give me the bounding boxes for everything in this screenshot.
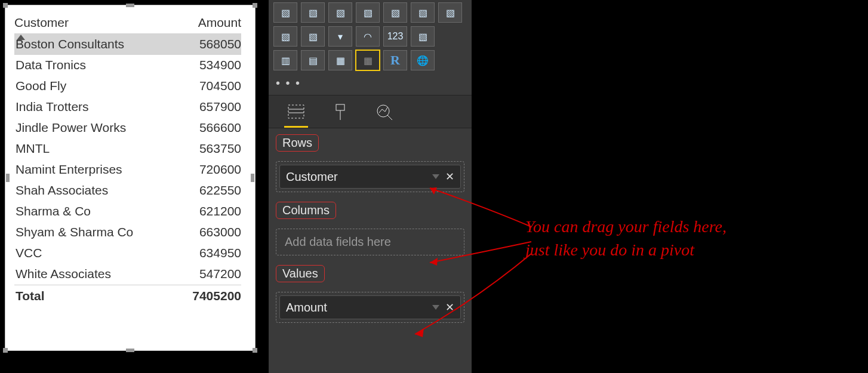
total-label: Total <box>14 285 167 307</box>
cell-amount: 663000 <box>167 222 241 243</box>
cell-amount: 634950 <box>167 243 241 264</box>
resize-handle-tr[interactable] <box>253 3 257 8</box>
cell-customer: White Associates <box>14 264 167 285</box>
matrix-total-row: Total 7405200 <box>14 285 241 307</box>
gauge-icon[interactable]: ◠ <box>356 26 380 47</box>
table-row[interactable]: Data Tronics534900 <box>14 55 241 76</box>
resize-handle-top[interactable] <box>126 4 134 7</box>
cell-customer: Good Fly <box>14 76 167 97</box>
cell-customer: Shyam & Sharma Co <box>14 222 167 243</box>
line-icon[interactable]: ▧ <box>328 2 352 23</box>
table-row[interactable]: Jindle Power Works566600 <box>14 118 241 138</box>
globe-icon[interactable]: 🌐 <box>411 50 435 70</box>
viz-type-gallery: ▧▧▧▧▧▧▧ ▧▧▾◠123▧ ▥▤▦▦R🌐 <box>269 0 472 70</box>
table-row[interactable]: Good Fly704500 <box>14 76 241 97</box>
cell-amount: 547200 <box>167 264 241 285</box>
remove-field-icon[interactable]: ✕ <box>445 301 454 314</box>
filter-icon[interactable]: ▾ <box>328 26 352 47</box>
resize-handle-bottom[interactable] <box>126 349 134 352</box>
annotation-line1: You can drag your fields here, <box>525 217 727 236</box>
cell-amount: 720600 <box>167 159 241 180</box>
table-row[interactable]: Shyam & Sharma Co663000 <box>14 222 241 243</box>
cell-customer: Data Tronics <box>14 55 167 76</box>
visualizations-pane: ▧▧▧▧▧▧▧ ▧▧▾◠123▧ ▥▤▦▦R🌐 • • • Rows Custo… <box>269 0 472 373</box>
fields-tab[interactable] <box>284 101 308 128</box>
waterfall-icon[interactable]: ▧ <box>411 2 435 23</box>
stacked-bar-icon[interactable]: ▧ <box>273 2 297 23</box>
matrix-header-row: Customer Amount <box>14 16 241 34</box>
format-tab[interactable] <box>328 101 352 128</box>
matrix-icon[interactable]: ▦ <box>356 50 380 70</box>
multirow-icon[interactable]: ▧ <box>411 26 435 47</box>
cell-amount: 563750 <box>167 138 241 159</box>
values-field-label: Amount <box>286 301 426 315</box>
resize-handle-br[interactable] <box>253 348 257 353</box>
matrix-table[interactable]: Customer Amount Boston Consultants568050… <box>14 16 241 307</box>
header-amount-label: Amount <box>198 16 241 29</box>
columns-label: Columns <box>276 202 336 219</box>
table-row[interactable]: VCC634950 <box>14 243 241 264</box>
header-customer-label: Customer <box>14 16 69 29</box>
rows-section: Rows <box>269 128 472 155</box>
table-row[interactable]: Namint Enterprises720600 <box>14 159 241 180</box>
columns-section: Columns <box>269 196 472 223</box>
cell-amount: 568050 <box>167 34 241 55</box>
values-section: Values <box>269 259 472 286</box>
slicer-icon[interactable]: ▤ <box>301 50 325 70</box>
columns-placeholder: Add data fields here <box>285 235 391 248</box>
svg-rect-3 <box>336 104 344 110</box>
cell-amount: 534900 <box>167 55 241 76</box>
cell-customer: Boston Consultants <box>14 34 167 55</box>
resize-handle-left[interactable] <box>6 174 10 182</box>
table-row[interactable]: Sharma & Co621200 <box>14 201 241 222</box>
annotation-line2: just like you do in a pivot <box>525 241 694 259</box>
cell-amount: 622550 <box>167 180 241 201</box>
area-icon[interactable]: ▧ <box>356 2 380 23</box>
funnel-icon[interactable]: ▧ <box>273 26 297 47</box>
table-row[interactable]: India Trotters657900 <box>14 97 241 118</box>
rows-field-label: Customer <box>286 170 426 184</box>
r-icon[interactable]: R <box>383 50 407 70</box>
chevron-down-icon[interactable] <box>432 174 439 179</box>
matrix-visual-container[interactable]: Customer Amount Boston Consultants568050… <box>5 5 256 351</box>
cell-amount: 704500 <box>167 76 241 97</box>
analytics-tab[interactable] <box>373 101 396 128</box>
cell-customer: Shah Associates <box>14 180 167 201</box>
sort-asc-icon <box>17 35 25 40</box>
resize-handle-bl[interactable] <box>3 348 8 353</box>
cell-customer: MNTL <box>14 138 167 159</box>
matrix-body: Boston Consultants568050Data Tronics5349… <box>14 34 241 285</box>
kpi-icon[interactable]: ▥ <box>273 50 297 70</box>
table-row[interactable]: White Associates547200 <box>14 264 241 285</box>
chevron-down-icon[interactable] <box>432 305 439 310</box>
header-customer[interactable]: Customer <box>14 16 167 30</box>
cell-customer: India Trotters <box>14 97 167 118</box>
columns-well[interactable]: Add data fields here <box>276 229 464 255</box>
values-field-pill[interactable]: Amount ✕ <box>279 295 461 319</box>
pane-tabs <box>269 95 472 128</box>
table-row[interactable]: MNTL563750 <box>14 138 241 159</box>
cell-customer: Sharma & Co <box>14 201 167 222</box>
remove-field-icon[interactable]: ✕ <box>445 170 454 183</box>
values-well[interactable]: Amount ✕ <box>276 292 464 323</box>
resize-handle-right[interactable] <box>251 174 254 182</box>
total-amount: 7405200 <box>167 285 241 307</box>
annotation-text: You can drag your fields here, just like… <box>525 215 727 261</box>
table-row[interactable]: Boston Consultants568050 <box>14 34 241 55</box>
ribbon-icon[interactable]: ▧ <box>383 2 407 23</box>
tree-icon[interactable]: ▧ <box>301 26 325 47</box>
rows-well[interactable]: Customer ✕ <box>276 161 464 192</box>
rows-field-pill[interactable]: Customer ✕ <box>279 165 461 189</box>
cell-customer: Jindle Power Works <box>14 118 167 138</box>
cell-customer: VCC <box>14 243 167 264</box>
cell-amount: 621200 <box>167 201 241 222</box>
table-row[interactable]: Shah Associates622550 <box>14 180 241 201</box>
more-visuals-icon[interactable]: • • • <box>269 74 472 95</box>
scatter-icon[interactable]: ▧ <box>438 2 462 23</box>
table-icon[interactable]: ▦ <box>328 50 352 70</box>
card-icon[interactable]: 123 <box>383 26 407 47</box>
resize-handle-tl[interactable] <box>3 3 8 8</box>
stacked-col-icon[interactable]: ▧ <box>301 2 325 23</box>
header-amount[interactable]: Amount <box>167 16 241 30</box>
values-label: Values <box>276 265 325 282</box>
